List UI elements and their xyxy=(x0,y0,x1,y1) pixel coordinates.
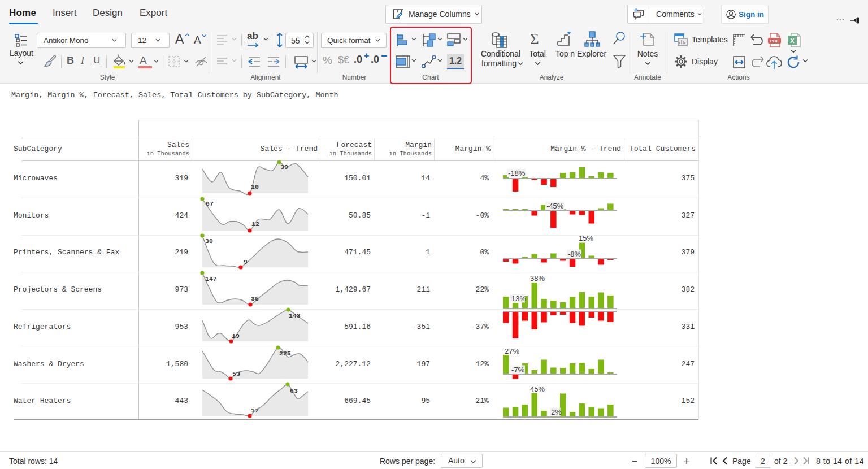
svg-text:30: 30 xyxy=(205,237,213,245)
svg-text:38%: 38% xyxy=(530,274,545,283)
svg-text:13%: 13% xyxy=(511,294,526,303)
svg-text:53: 53 xyxy=(232,370,240,377)
svg-text:45%: 45% xyxy=(530,385,545,393)
svg-text:10: 10 xyxy=(251,183,259,190)
svg-text:12: 12 xyxy=(251,220,259,228)
svg-text:X: X xyxy=(790,37,795,44)
svg-text:-8%: -8% xyxy=(568,250,581,258)
svg-text:-7%: -7% xyxy=(511,366,525,374)
svg-text:-18%: -18% xyxy=(508,169,526,177)
svg-text:143: 143 xyxy=(289,312,301,319)
svg-text:-45%: -45% xyxy=(546,202,564,210)
svg-text:2%: 2% xyxy=(551,408,562,416)
svg-text:PDF: PDF xyxy=(770,38,779,44)
svg-text:225: 225 xyxy=(279,350,291,357)
svg-text:15%: 15% xyxy=(579,234,593,242)
svg-text:67: 67 xyxy=(206,200,214,207)
svg-text:17: 17 xyxy=(251,407,259,414)
svg-text:39: 39 xyxy=(280,163,288,171)
svg-text:19: 19 xyxy=(232,332,240,340)
svg-text:63: 63 xyxy=(290,387,298,394)
svg-text:147: 147 xyxy=(205,275,217,283)
svg-text:27%: 27% xyxy=(505,347,519,355)
svg-text:9: 9 xyxy=(244,258,248,266)
svg-text:35: 35 xyxy=(251,295,259,302)
